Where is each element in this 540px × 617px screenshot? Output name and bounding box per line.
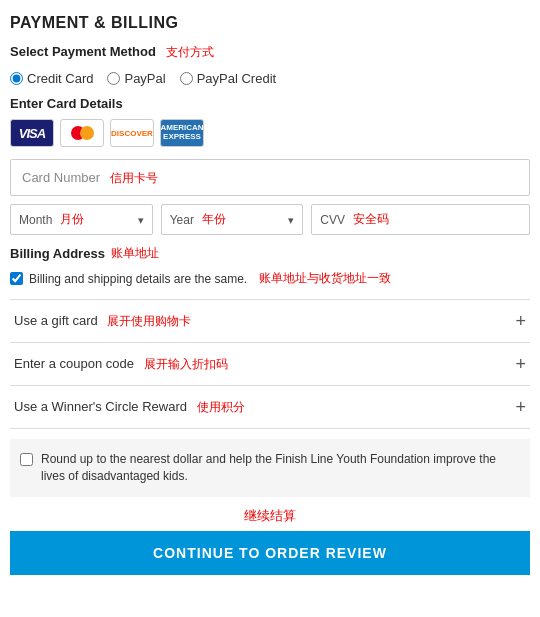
- round-up-text: Round up to the nearest dollar and help …: [41, 451, 520, 485]
- page-title: PAYMENT & BILLING: [10, 14, 530, 32]
- year-select-wrap[interactable]: Year 年份 202420252026 2027202820292030 ▾: [161, 204, 304, 235]
- coupon-row[interactable]: Enter a coupon code 展开输入折扣码 +: [10, 343, 530, 386]
- same-as-shipping-row: Billing and shipping details are the sam…: [10, 270, 530, 287]
- cvv-label: CVV: [320, 213, 345, 227]
- year-label: Year: [170, 213, 194, 227]
- paypal-credit-radio[interactable]: [180, 72, 193, 85]
- same-as-shipping-chinese: 账单地址与收货地址一致: [259, 270, 391, 287]
- billing-address-label: Billing Address: [10, 246, 105, 261]
- mastercard-icon: [60, 119, 104, 147]
- reward-expand-icon: +: [515, 398, 526, 416]
- cvv-wrap[interactable]: CVV 安全码: [311, 204, 530, 235]
- continue-link[interactable]: 继续结算: [10, 507, 530, 525]
- cvv-chinese: 安全码: [353, 211, 389, 228]
- credit-card-label: Credit Card: [27, 71, 93, 86]
- gift-card-label: Use a gift card 展开使用购物卡: [14, 313, 191, 330]
- visa-icon: VISA: [10, 119, 54, 147]
- credit-card-radio[interactable]: [10, 72, 23, 85]
- same-as-shipping-checkbox[interactable]: [10, 272, 23, 285]
- gift-card-row[interactable]: Use a gift card 展开使用购物卡 +: [10, 299, 530, 343]
- payment-method-label: Select Payment Method: [10, 44, 156, 59]
- billing-address-row: Billing Address 账单地址: [10, 245, 530, 262]
- month-select[interactable]: 01020304 05060708 09101112: [88, 213, 143, 227]
- cvv-input[interactable]: [395, 213, 521, 227]
- expandable-sections: Use a gift card 展开使用购物卡 + Enter a coupon…: [10, 299, 530, 429]
- reward-row[interactable]: Use a Winner's Circle Reward 使用积分 +: [10, 386, 530, 429]
- month-select-wrap[interactable]: Month 月份 01020304 05060708 09101112 ▾: [10, 204, 153, 235]
- card-icons: VISA DISCOVER AMERICANEXPRESS: [10, 119, 530, 147]
- paypal-credit-option[interactable]: PayPal Credit: [180, 71, 276, 86]
- discover-icon: DISCOVER: [110, 119, 154, 147]
- year-select[interactable]: 202420252026 2027202820292030: [230, 213, 294, 227]
- credit-card-option[interactable]: Credit Card: [10, 71, 93, 86]
- continue-button[interactable]: CONTINUE TO ORDER REVIEW: [10, 531, 530, 575]
- round-up-checkbox[interactable]: [20, 453, 33, 466]
- month-label: Month: [19, 213, 52, 227]
- paypal-option[interactable]: PayPal: [107, 71, 165, 86]
- month-chinese: 月份: [60, 211, 84, 228]
- card-number-input[interactable]: [10, 159, 530, 196]
- payment-method-options: Credit Card PayPal PayPal Credit: [10, 71, 530, 86]
- year-chinese: 年份: [202, 211, 226, 228]
- round-up-section: Round up to the nearest dollar and help …: [10, 439, 530, 497]
- gift-card-expand-icon: +: [515, 312, 526, 330]
- reward-label: Use a Winner's Circle Reward 使用积分: [14, 399, 245, 416]
- paypal-radio[interactable]: [107, 72, 120, 85]
- card-details-label: Enter Card Details: [10, 96, 530, 111]
- coupon-expand-icon: +: [515, 355, 526, 373]
- amex-icon: AMERICANEXPRESS: [160, 119, 204, 147]
- coupon-label: Enter a coupon code 展开输入折扣码: [14, 356, 228, 373]
- paypal-label: PayPal: [124, 71, 165, 86]
- expiry-cvv-row: Month 月份 01020304 05060708 09101112 ▾ Ye…: [10, 204, 530, 235]
- same-as-shipping-text: Billing and shipping details are the sam…: [29, 272, 247, 286]
- billing-address-chinese: 账单地址: [111, 245, 159, 262]
- paypal-credit-label: PayPal Credit: [197, 71, 276, 86]
- payment-method-chinese: 支付方式: [166, 45, 214, 59]
